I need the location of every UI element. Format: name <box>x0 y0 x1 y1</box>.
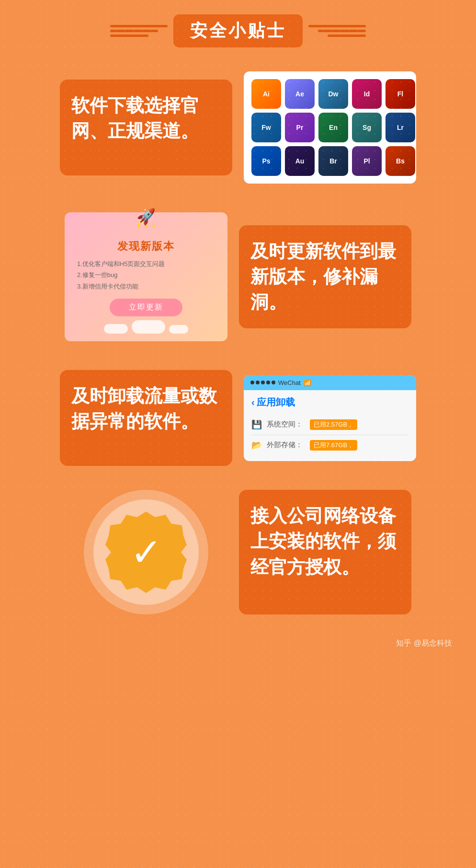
section4-text-box: 接入公司网络设备上安装的软件，须经官方授权。 <box>239 490 411 614</box>
system-storage-label: 系统空间： <box>267 420 305 429</box>
wechat-back-button[interactable]: ‹ 应用卸载 <box>251 396 408 409</box>
wechat-card: WeChat 📶 ‹ 应用卸载 💾 系统空间： 已用2.57GB， 📂 外部存储… <box>244 375 416 461</box>
adobe-icons-card: AiAeDwIdFlFwPrEnSgLrPsAuBrPlBs <box>244 71 416 184</box>
badge-container: ✓ <box>65 490 227 614</box>
signal-dot <box>261 381 265 384</box>
external-storage-icon: 📂 <box>251 440 262 451</box>
adobe-icon-br: Br <box>318 146 348 176</box>
external-storage-used: 已用7.67GB， <box>310 440 357 451</box>
external-storage-label: 外部存储： <box>267 440 305 450</box>
adobe-icon-fw: Fw <box>251 113 281 142</box>
update-list: 1.优化客户端和H5页面交互问题2.修复一些bug3.新增信用卡代偿功能 <box>72 258 220 292</box>
adobe-icon-en: En <box>318 113 348 142</box>
chevron-left-icon: ‹ <box>251 397 255 408</box>
wechat-label: WeChat <box>278 379 301 386</box>
adobe-icon-pl: Pl <box>352 146 382 176</box>
update-notification-card: 🚀 ✦ ✦ ✦ 发现新版本 1.优化客户端和H5页面交互问题2.修复一些bug3… <box>65 212 227 341</box>
system-storage-icon: 💾 <box>251 419 262 430</box>
wifi-icon: 📶 <box>304 379 311 386</box>
signal-dot <box>256 381 260 384</box>
wechat-body: ‹ 应用卸载 💾 系统空间： 已用2.57GB， 📂 外部存储： 已用7.67G… <box>244 390 416 461</box>
section3-text-box: 及时卸载流量或数据异常的软件。 <box>60 370 232 466</box>
adobe-icon-lr: Lr <box>385 113 415 142</box>
badge-inner-ring: ✓ <box>93 499 199 605</box>
badge-shape: ✓ <box>105 511 187 593</box>
update-list-item: 1.优化客户端和H5页面交互问题 <box>77 258 215 269</box>
header-decoration-right <box>308 25 366 37</box>
adobe-icon-sg: Sg <box>352 113 382 142</box>
section-4: ✓ 接入公司网络设备上安装的软件，须经官方授权。 <box>0 480 476 629</box>
section1-text-box: 软件下载选择官网、正规渠道。 <box>60 80 232 175</box>
signal-dot <box>266 381 270 384</box>
wechat-signal-dots <box>250 381 275 384</box>
system-storage-used: 已用2.57GB， <box>310 419 357 430</box>
page-title: 安全小贴士 <box>173 14 303 47</box>
adobe-icon-ae: Ae <box>285 79 315 109</box>
update-button[interactable]: 立即更新 <box>110 299 182 316</box>
footer: 知乎 @易念科技 <box>0 629 476 663</box>
checkmark-icon: ✓ <box>130 530 162 575</box>
wechat-status-bar: WeChat 📶 <box>244 375 416 390</box>
page-header: 安全小贴士 <box>0 0 476 57</box>
adobe-icon-fl: Fl <box>385 79 415 109</box>
adobe-icon-ps: Ps <box>251 146 281 176</box>
section2-text-box: 及时更新软件到最新版本，修补漏洞。 <box>239 225 411 329</box>
adobe-icon-au: Au <box>285 146 315 176</box>
adobe-icon-pr: Pr <box>285 113 315 142</box>
adobe-icon-bs: Bs <box>385 146 415 176</box>
section-1: 软件下载选择官网、正规渠道。 AiAeDwIdFlFwPrEnSgLrPsAuB… <box>0 57 476 198</box>
rocket-icon: 🚀 <box>136 208 156 226</box>
adobe-icon-ai: Ai <box>251 79 281 109</box>
adobe-icon-dw: Dw <box>318 79 348 109</box>
adobe-grid: AiAeDwIdFlFwPrEnSgLrPsAuBrPlBs <box>251 79 408 176</box>
footer-text: 知乎 @易念科技 <box>396 639 452 647</box>
update-title: 发现新版本 <box>72 239 220 254</box>
signal-dot <box>272 381 275 384</box>
external-storage-row: 📂 外部存储： 已用7.67GB， <box>251 435 408 455</box>
system-storage-row: 💾 系统空间： 已用2.57GB， <box>251 415 408 435</box>
update-list-item: 3.新增信用卡代偿功能 <box>77 281 215 292</box>
wechat-page-title: 应用卸载 <box>257 396 295 409</box>
badge-outer-ring: ✓ <box>84 490 208 614</box>
adobe-icon-id: Id <box>352 79 382 109</box>
clouds-decoration <box>72 320 220 334</box>
update-list-item: 2.修复一些bug <box>77 269 215 280</box>
section-3: 及时卸载流量或数据异常的软件。 WeChat 📶 ‹ 应用卸载 💾 系统空间： … <box>0 356 476 480</box>
section-2: 🚀 ✦ ✦ ✦ 发现新版本 1.优化客户端和H5页面交互问题2.修复一些bug3… <box>0 198 476 356</box>
header-decoration-left <box>110 25 168 37</box>
signal-dot <box>250 381 254 384</box>
